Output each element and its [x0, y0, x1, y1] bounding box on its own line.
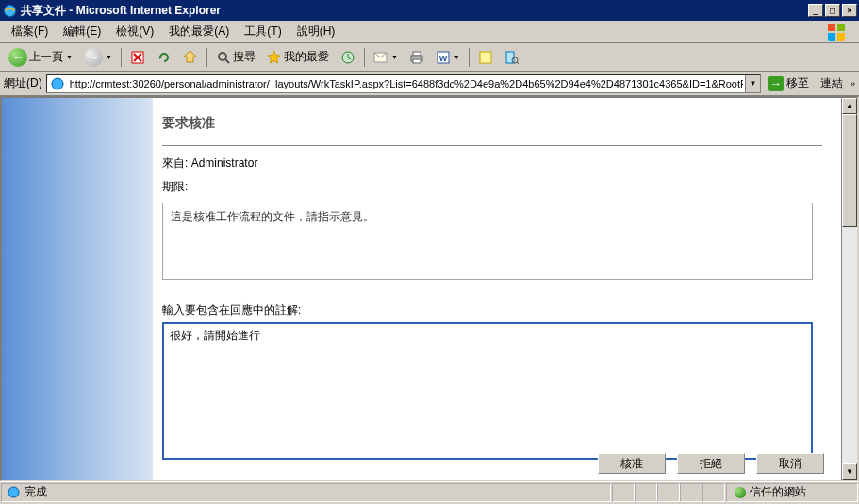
scroll-thumb[interactable] [842, 114, 857, 227]
reject-button[interactable]: 拒絕 [677, 453, 745, 474]
toolbar-separator [121, 48, 122, 67]
svg-marker-8 [268, 51, 280, 63]
menu-edit[interactable]: 編輯(E) [56, 22, 108, 41]
statusbar: 完成 信任的網站 [0, 481, 859, 502]
favorites-label: 我的最愛 [284, 49, 329, 65]
svg-marker-5 [184, 51, 196, 62]
go-button[interactable]: → 移至 [765, 75, 813, 91]
description-box: 這是核准工作流程的文件，請指示意見。 [162, 203, 813, 280]
minimize-button[interactable]: _ [808, 4, 823, 17]
research-button[interactable] [500, 47, 524, 68]
menu-help[interactable]: 說明(H) [289, 22, 343, 41]
search-label: 搜尋 [233, 49, 256, 65]
stop-button[interactable] [125, 47, 150, 68]
status-text: 完成 [25, 484, 47, 500]
comment-textarea[interactable] [162, 322, 813, 460]
status-cell [612, 483, 635, 502]
windows-logo-icon [818, 22, 855, 42]
toolbar: ← 上一頁 ▼ → ▼ 搜尋 我的最愛 ▼ W▼ [0, 43, 859, 72]
links-button[interactable]: 連結 [817, 75, 847, 91]
svg-line-7 [225, 59, 229, 63]
print-icon [409, 50, 424, 65]
search-icon [216, 50, 231, 65]
zone-label: 信任的網站 [750, 484, 806, 500]
svg-rect-18 [480, 52, 491, 63]
from-label: 來自: [162, 156, 188, 170]
deadline-line: 期限: [162, 179, 822, 195]
cancel-button[interactable]: 取消 [756, 453, 824, 474]
history-icon [340, 50, 355, 65]
back-button[interactable]: ← 上一頁 ▼ [4, 47, 77, 68]
sidebar-gradient [2, 98, 153, 480]
page-icon [50, 76, 65, 91]
home-icon [183, 50, 198, 65]
url-combo[interactable]: ▼ [46, 74, 761, 93]
window-title: 共享文件 - Microsoft Internet Explorer [21, 3, 806, 19]
vertical-scrollbar[interactable]: ▲ ▼ [841, 98, 857, 480]
status-cell [702, 483, 725, 502]
history-button[interactable] [336, 47, 360, 68]
note-icon [478, 50, 493, 65]
status-cell [657, 483, 680, 502]
menu-file[interactable]: 檔案(F) [4, 22, 56, 41]
action-button-row: 核准 拒絕 取消 [598, 453, 824, 474]
forward-button[interactable]: → ▼ [79, 47, 117, 68]
stop-icon [130, 50, 145, 65]
maximize-button[interactable]: □ [825, 4, 840, 17]
toolbar-separator [364, 48, 365, 67]
menubar: 檔案(F) 編輯(E) 檢視(V) 我的最愛(A) 工具(T) 說明(H) [0, 21, 859, 43]
go-label: 移至 [786, 75, 809, 91]
address-label: 網址(D) [4, 75, 42, 91]
back-arrow-icon: ← [8, 48, 27, 67]
refresh-icon [157, 50, 172, 65]
print-button[interactable] [405, 47, 429, 68]
toolbar-separator [206, 48, 207, 67]
scroll-down-button[interactable]: ▼ [842, 463, 857, 480]
toolbar-separator [469, 48, 470, 67]
svg-line-21 [517, 62, 519, 64]
mail-button[interactable]: ▼ [369, 47, 403, 68]
word-icon: W [436, 50, 451, 65]
svg-text:W: W [439, 54, 448, 63]
scroll-up-button[interactable]: ▲ [842, 98, 857, 114]
menu-favorites[interactable]: 我的最愛(A) [161, 22, 237, 41]
url-dropdown-button[interactable]: ▼ [745, 75, 760, 92]
approve-button[interactable]: 核准 [598, 453, 666, 474]
search-button[interactable]: 搜尋 [211, 47, 260, 68]
status-message-cell: 完成 [1, 483, 611, 502]
from-value: Administrator [191, 156, 258, 170]
security-zone-cell[interactable]: 信任的網站 [726, 483, 858, 502]
divider [162, 145, 822, 146]
favorites-button[interactable]: 我的最愛 [262, 47, 334, 68]
refresh-button[interactable] [152, 47, 176, 68]
window-titlebar: 共享文件 - Microsoft Internet Explorer _ □ × [0, 0, 859, 21]
comment-label: 輸入要包含在回應中的註解: [162, 302, 822, 318]
scroll-track[interactable] [842, 114, 857, 463]
chevron-down-icon: ▼ [106, 54, 112, 60]
page-title: 要求核准 [162, 115, 822, 132]
edit-button[interactable]: W▼ [431, 47, 465, 68]
svg-point-6 [219, 53, 226, 60]
address-bar: 網址(D) ▼ → 移至 連結 » [0, 72, 859, 96]
main-panel: 要求核准 來自: Administrator 期限: 這是核准工作流程的文件，請… [153, 98, 841, 480]
ie-icon [2, 3, 17, 18]
discuss-button[interactable] [473, 47, 498, 68]
chevron-down-icon: ▼ [66, 54, 73, 60]
home-button[interactable] [178, 47, 203, 68]
forward-arrow-icon: → [84, 48, 103, 67]
trusted-zone-icon [735, 487, 746, 498]
star-icon [267, 50, 282, 65]
go-arrow-icon: → [768, 76, 784, 91]
ie-small-icon [6, 485, 21, 500]
menu-tools[interactable]: 工具(T) [237, 22, 289, 41]
from-line: 來自: Administrator [162, 155, 822, 171]
svg-rect-15 [413, 59, 421, 63]
menu-view[interactable]: 檢視(V) [108, 22, 161, 41]
back-label: 上一頁 [29, 49, 63, 65]
status-cell [635, 483, 657, 502]
close-button[interactable]: × [842, 4, 857, 17]
svg-point-22 [52, 78, 63, 89]
deadline-label: 期限: [162, 180, 188, 193]
svg-rect-13 [413, 52, 421, 56]
url-input[interactable] [68, 78, 745, 89]
